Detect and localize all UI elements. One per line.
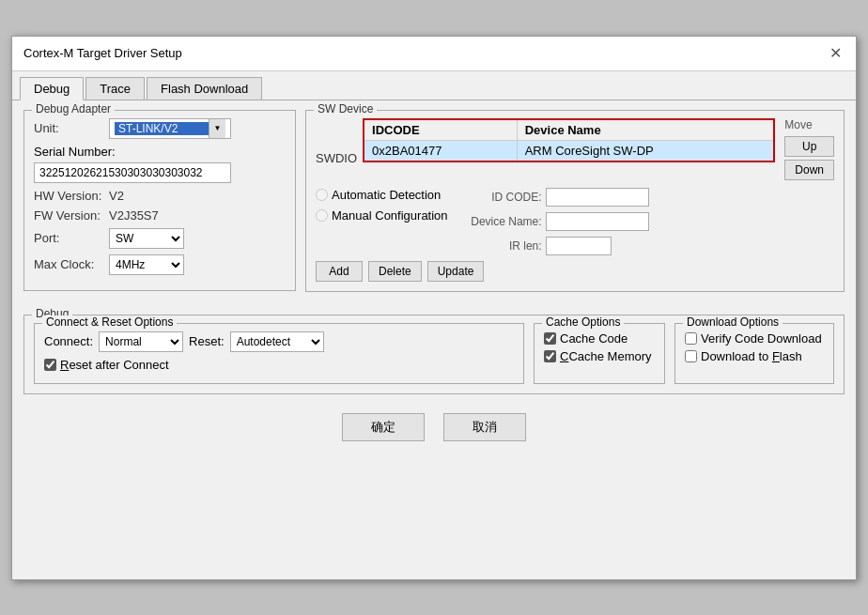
verify-code-download-label: Verify Code Download [701, 331, 822, 346]
serial-input[interactable] [34, 162, 231, 183]
close-button[interactable]: ✕ [826, 44, 845, 63]
move-label: Move [784, 118, 834, 131]
reset-label: Reset: [189, 334, 225, 348]
detection-config-row: Automatic Detection Manual Configuration… [316, 188, 834, 255]
cache-options-box: Cache Options Cache Code CCache Memory [534, 323, 665, 384]
debug-adapter-title: Debug Adapter [32, 102, 115, 115]
cache-memory-label: CCache Memory [560, 349, 652, 363]
add-button[interactable]: Add [316, 261, 363, 282]
action-buttons: Add Delete Update [316, 261, 834, 282]
col-idcode: IDCODE [364, 119, 517, 141]
debug-section-wrapper: Debug Connect & Reset Options Connect: N… [12, 315, 856, 400]
cache-code-checkbox[interactable] [544, 332, 556, 345]
tab-flash-download[interactable]: Flash Download [147, 77, 262, 100]
connect-reset-box: Connect & Reset Options Connect: Normal … [34, 323, 524, 384]
cache-options-title: Cache Options [542, 315, 624, 329]
right-panel: SW Device SWDIO IDCODE Device Name [305, 110, 845, 301]
sw-device-table: IDCODE Device Name 0x2BA01477 ARM CoreSi… [363, 118, 775, 162]
download-to-flash-row: Download to Flash [685, 349, 824, 363]
hw-version-label: HW Version: [34, 189, 109, 203]
verify-code-download-checkbox[interactable] [685, 332, 697, 345]
move-down-button[interactable]: Down [784, 160, 834, 180]
table-body: 0x2BA01477 ARM CoreSight SW-DP [364, 140, 774, 161]
tabs-bar: Debug Trace Flash Download [12, 71, 856, 100]
title-bar: Cortex-M Target Driver Setup ✕ [12, 37, 856, 71]
fw-version-row: FW Version: V2J35S7 [34, 208, 286, 223]
cancel-button[interactable]: 取消 [443, 413, 526, 441]
dialog-window: Cortex-M Target Driver Setup ✕ Debug Tra… [11, 36, 857, 580]
sw-device-group: SW Device SWDIO IDCODE Device Name [305, 110, 845, 292]
id-code-input[interactable] [546, 188, 649, 207]
unit-row: Unit: ST-LINK/V2 ▼ [34, 118, 286, 139]
hw-version-value: V2 [109, 189, 124, 203]
unit-selected: ST-LINK/V2 [115, 122, 209, 135]
table-row[interactable]: 0x2BA01477 ARM CoreSight SW-DP [364, 140, 774, 161]
device-name-input[interactable] [546, 212, 649, 231]
left-panel: Debug Adapter Unit: ST-LINK/V2 ▼ Serial … [23, 110, 296, 301]
radio-col: Automatic Detection Manual Configuration [316, 188, 448, 255]
verify-code-download-row: Verify Code Download [685, 331, 824, 346]
max-clock-select[interactable]: 4MHz [109, 254, 184, 275]
manual-config-row: Manual Configuration [316, 208, 448, 223]
col-device-name: Device Name [517, 119, 774, 141]
cell-idcode: 0x2BA01477 [364, 140, 517, 161]
debug-adapter-group: Debug Adapter Unit: ST-LINK/V2 ▼ Serial … [23, 110, 296, 291]
table-area: IDCODE Device Name 0x2BA01477 ARM CoreSi… [363, 118, 775, 180]
footer-buttons: 确定 取消 [12, 400, 856, 453]
connect-row: Connect: Normal Reset: Autodetect [44, 331, 514, 352]
max-clock-label: Max Clock: [34, 257, 109, 271]
download-to-flash-checkbox[interactable] [685, 350, 697, 362]
cache-code-label: Cache Code [560, 331, 628, 346]
ir-len-input[interactable] [546, 237, 612, 255]
table-head: IDCODE Device Name [364, 119, 774, 141]
connect-select[interactable]: Normal [99, 331, 183, 352]
dialog-title: Cortex-M Target Driver Setup [23, 46, 182, 60]
sw-device-title: SW Device [314, 102, 377, 115]
id-code-field-row: ID CODE: [467, 188, 649, 207]
manual-config-label: Manual Configuration [332, 208, 448, 223]
table-header-row: IDCODE Device Name [364, 119, 774, 141]
reset-after-connect-checkbox[interactable] [44, 359, 56, 371]
delete-button[interactable]: Delete [368, 261, 422, 282]
port-select[interactable]: SW [109, 228, 184, 249]
auto-detection-label: Automatic Detection [332, 188, 441, 202]
ok-button[interactable]: 确定 [342, 413, 425, 441]
connect-reset-title: Connect & Reset Options [42, 315, 177, 329]
cache-memory-row: CCache Memory [544, 349, 655, 363]
unit-select[interactable]: ST-LINK/V2 ▼ [109, 118, 231, 139]
reset-after-connect-label: Reset after Connect [60, 358, 169, 372]
manual-config-radio[interactable] [316, 209, 328, 222]
device-name-field-row: Device Name: [467, 212, 649, 231]
id-code-label: ID CODE: [467, 191, 542, 204]
move-buttons: Move Up Down [784, 118, 834, 180]
serial-row [34, 162, 286, 183]
main-content: Debug Adapter Unit: ST-LINK/V2 ▼ Serial … [12, 100, 856, 311]
port-label: Port: [34, 231, 109, 245]
max-clock-row: Max Clock: 4MHz [34, 254, 286, 275]
download-to-flash-label: Download to Flash [701, 349, 802, 363]
move-up-button[interactable]: Up [784, 136, 834, 157]
connect-label: Connect: [44, 334, 93, 348]
cache-memory-checkbox[interactable] [544, 350, 556, 362]
fw-version-label: FW Version: [34, 208, 109, 223]
unit-label: Unit: [34, 121, 109, 135]
serial-label: Serial Number: [34, 145, 116, 159]
serial-label-row: Serial Number: [34, 145, 286, 159]
update-button[interactable]: Update [427, 261, 485, 282]
unit-dropdown-arrow[interactable]: ▼ [209, 119, 225, 138]
debug-section: Debug Connect & Reset Options Connect: N… [23, 315, 845, 394]
port-row: Port: SW [34, 228, 286, 249]
fields-col: ID CODE: Device Name: IR len: [467, 188, 649, 255]
reset-select[interactable]: Autodetect [230, 331, 324, 352]
auto-detection-row: Automatic Detection [316, 188, 448, 202]
download-options-box: Download Options Verify Code Download Do… [674, 323, 834, 384]
tab-debug[interactable]: Debug [20, 77, 84, 100]
reset-after-connect-row: Reset after Connect [44, 358, 514, 372]
cell-device-name: ARM CoreSight SW-DP [517, 140, 774, 161]
cache-code-row: Cache Code [544, 331, 655, 346]
debug-inner: Connect & Reset Options Connect: Normal … [34, 323, 834, 384]
tab-trace[interactable]: Trace [85, 77, 145, 100]
table-wrapper: SWDIO IDCODE Device Name 0 [316, 118, 834, 180]
download-options-title: Download Options [683, 315, 783, 329]
auto-detection-radio[interactable] [316, 189, 328, 201]
